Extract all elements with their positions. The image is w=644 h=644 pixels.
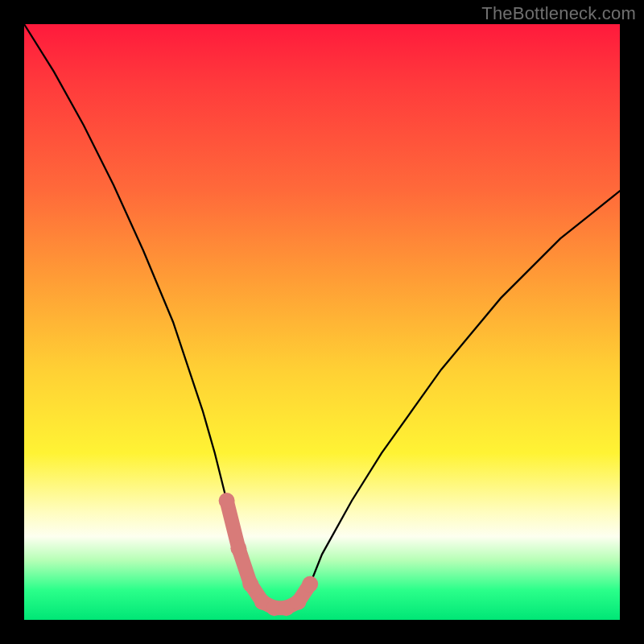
watermark-text: TheBottleneck.com [481, 3, 636, 24]
optimal-zone-dot [290, 594, 306, 610]
optimal-zone-dot [230, 540, 246, 556]
chart-frame: TheBottleneck.com [0, 0, 644, 644]
bottleneck-curve [24, 24, 620, 608]
optimal-zone-dot [302, 576, 318, 592]
optimal-zone-dot [219, 493, 235, 509]
plot-area [24, 24, 620, 620]
curve-layer [24, 24, 620, 620]
optimal-zone-dot [242, 576, 258, 592]
